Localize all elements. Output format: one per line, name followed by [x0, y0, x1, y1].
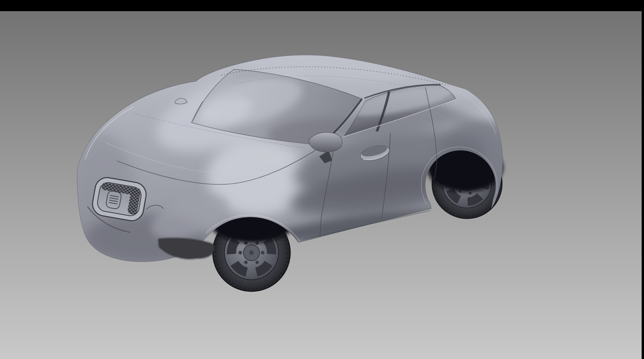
right-edge-bar	[642, 0, 644, 359]
viewport-3d[interactable]	[0, 0, 644, 359]
top-bar	[0, 0, 644, 11]
application-window	[0, 0, 644, 359]
